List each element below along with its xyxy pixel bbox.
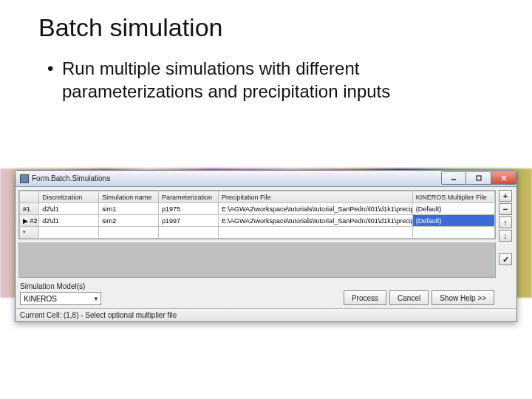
row-header: ▶ #2 <box>20 215 39 227</box>
close-button[interactable] <box>491 171 516 185</box>
move-up-button[interactable]: ↑ <box>499 216 512 228</box>
maximize-icon <box>475 174 482 182</box>
grid-header-row: Discretization Simulation name Parameter… <box>20 191 495 203</box>
model-dropdown-value: KINEROS <box>24 295 57 303</box>
row-action-panel: + − ↑ ↓ ✓ <box>499 190 512 265</box>
grid-empty-area <box>18 242 496 278</box>
slide-title: Batch simulation <box>38 13 532 42</box>
col-precip-file[interactable]: Precipitation File <box>218 191 412 203</box>
new-row[interactable]: * <box>20 227 495 239</box>
cell-disc[interactable]: d2\d1 <box>39 203 99 215</box>
cell-param[interactable]: p1997 <box>159 215 219 227</box>
minimize-button[interactable] <box>441 171 466 185</box>
window-controls <box>441 171 516 186</box>
cell-mult[interactable]: (Default) <box>412 203 494 215</box>
model-section-label: Simulation Model(s) <box>20 282 512 290</box>
batch-simulations-window: Form.Batch.Simulations + − ↑ ↓ ✓ <box>15 170 517 322</box>
col-sim-name[interactable]: Simulation name <box>99 191 159 203</box>
cell-precip[interactable]: E:\AGWA2\workspace\tutorials\tutorial_Sa… <box>218 215 412 227</box>
cell-sim[interactable]: sim2 <box>99 215 159 227</box>
titlebar: Form.Batch.Simulations <box>16 171 516 187</box>
cell-precip[interactable]: E:\AGWA2\workspace\tutorials\tutorial_Sa… <box>218 203 412 215</box>
row-header: #1 <box>20 203 39 215</box>
remove-row-button[interactable]: − <box>499 203 512 215</box>
table-row[interactable]: ▶ #2 d2\d1 sim2 p1997 E:\AGWA2\workspace… <box>20 215 495 227</box>
model-dropdown[interactable]: KINEROS ▼ <box>20 292 101 305</box>
slide-bullet: Run multiple simulations with different … <box>47 57 485 103</box>
maximize-button[interactable] <box>466 171 491 185</box>
status-text: Current Cell: (1,8) - Select optional mu… <box>20 311 177 319</box>
col-discretization[interactable]: Discretization <box>39 191 99 203</box>
chevron-down-icon: ▼ <box>93 296 99 302</box>
minimize-icon <box>450 174 457 182</box>
col-multiplier-file[interactable]: KINEROS Multiplier File <box>412 191 494 203</box>
simulations-grid[interactable]: Discretization Simulation name Parameter… <box>18 190 496 239</box>
cell-param[interactable]: p1975 <box>159 203 219 215</box>
show-help-button[interactable]: Show Help >> <box>432 290 494 305</box>
cell-mult-selected[interactable]: (Default) <box>412 215 494 227</box>
close-icon <box>500 174 508 182</box>
action-buttons: Process Cancel Show Help >> <box>344 290 494 305</box>
window-title: Form.Batch.Simulations <box>32 174 110 183</box>
process-button[interactable]: Process <box>344 290 386 305</box>
cell-sim[interactable]: sim1 <box>99 203 159 215</box>
confirm-button[interactable]: ✓ <box>499 253 512 265</box>
cell-disc[interactable]: d2\d1 <box>39 215 99 227</box>
new-row-marker: * <box>20 227 39 239</box>
table-row[interactable]: #1 d2\d1 sim1 p1975 E:\AGWA2\workspace\t… <box>20 203 495 215</box>
app-icon <box>20 174 29 183</box>
move-down-button[interactable]: ↓ <box>499 230 512 242</box>
cancel-button[interactable]: Cancel <box>389 290 429 305</box>
add-row-button[interactable]: + <box>499 190 512 202</box>
col-rowheader <box>20 191 39 203</box>
status-bar: Current Cell: (1,8) - Select optional mu… <box>16 308 516 321</box>
svg-rect-1 <box>477 176 481 180</box>
col-parameterization[interactable]: Parameterization <box>159 191 219 203</box>
